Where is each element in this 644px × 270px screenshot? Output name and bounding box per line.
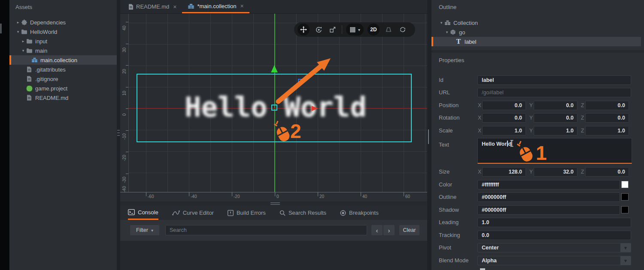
close-icon[interactable]: × xyxy=(240,3,244,9)
collection-icon xyxy=(31,57,38,63)
console-output[interactable] xyxy=(120,241,427,270)
chevron-down-icon: ▾ xyxy=(620,243,631,252)
leading-field[interactable]: 1.0 xyxy=(477,218,631,227)
position-y-field[interactable]: 0.0 xyxy=(534,101,577,110)
rotation-y-field[interactable]: 0.0 xyxy=(534,113,577,123)
folder-icon xyxy=(26,47,33,54)
console-tab-bar: Console Curve Editor Build Errors Search… xyxy=(120,206,427,220)
close-icon[interactable]: × xyxy=(173,3,176,10)
console-splitter[interactable] xyxy=(120,201,427,206)
scale-z-field[interactable]: 1.0 xyxy=(585,126,629,135)
scale-y-field[interactable]: 1.0 xyxy=(534,126,577,135)
color-swatch[interactable] xyxy=(621,181,629,188)
annotation-step-2: 2 xyxy=(290,121,301,141)
collapse-arrow-icon[interactable]: ▾ xyxy=(21,48,26,53)
blend-mode-dropdown[interactable]: Alpha ▾ xyxy=(477,256,631,265)
tab-build-errors[interactable]: Build Errors xyxy=(228,206,266,220)
rotation-z-field[interactable]: 0.0 xyxy=(585,113,629,123)
shadow-swatch[interactable] xyxy=(621,206,629,213)
expand-arrow-icon[interactable]: ▸ xyxy=(15,20,21,24)
prop-label-position: Position xyxy=(439,101,477,110)
chevron-left-icon: ‹ xyxy=(376,227,378,234)
tab-breakpoints[interactable]: Breakpoints xyxy=(340,206,379,220)
axis-z-label: Z xyxy=(581,126,585,135)
move-tool-button[interactable] xyxy=(298,24,310,36)
reset-camera-button[interactable] xyxy=(398,24,408,35)
shadow-field[interactable]: #000000ff xyxy=(477,205,620,215)
pivot-dropdown[interactable]: Center ▾ xyxy=(477,243,631,252)
scale-tool-button[interactable] xyxy=(328,24,338,35)
rotate-tool-icon xyxy=(315,26,322,33)
size-y-field[interactable]: 32.0 xyxy=(534,167,577,177)
asset-item-readme[interactable]: README.md xyxy=(9,93,117,102)
assets-panel-title: Assets xyxy=(15,4,32,10)
asset-item-helloworld[interactable]: ▾ HelloWorld xyxy=(9,27,117,36)
asset-item-main-folder[interactable]: ▾ main xyxy=(9,46,117,55)
splitter-grip-icon xyxy=(270,204,280,205)
scale-x-field[interactable]: 1.0 xyxy=(482,126,526,135)
properties-panel-title: Properties xyxy=(439,57,464,63)
asset-item-gitignore[interactable]: .gitignore xyxy=(9,74,117,84)
prop-label-leading: Leading xyxy=(439,218,477,227)
line-break-checkbox-partial[interactable] xyxy=(480,268,485,270)
asset-item-gitattributes[interactable]: .gitattributes xyxy=(9,65,117,74)
position-x-field[interactable]: 0.0 xyxy=(482,101,526,110)
outline-field[interactable]: #000000ff xyxy=(477,192,620,202)
position-z-field[interactable]: 0.0 xyxy=(585,101,629,110)
prop-label-url: URL xyxy=(439,88,477,97)
next-match-button[interactable]: › xyxy=(383,225,395,235)
right-panel: Outline ▾ Collection ▾ go T label xyxy=(431,0,644,270)
axis-y-label: Y xyxy=(529,101,534,110)
axis-z-label: Z xyxy=(581,101,585,110)
tab-console[interactable]: Console xyxy=(128,206,158,220)
console-search-input[interactable] xyxy=(165,225,367,235)
asset-item-input[interactable]: ▸ input xyxy=(9,36,117,46)
axis-z-label: Z xyxy=(581,113,585,123)
axis-y-label: Y xyxy=(529,113,534,123)
tab-search-results[interactable]: Search Results xyxy=(279,206,326,220)
asset-item-main-collection[interactable]: main.collection xyxy=(9,55,117,65)
prop-label-color: Color xyxy=(439,180,477,189)
left-splitter[interactable] xyxy=(117,0,120,270)
tab-readme[interactable]: README.md × xyxy=(123,0,182,13)
asset-item-label: input xyxy=(35,38,47,45)
2d-mode-label: 2D xyxy=(370,27,377,33)
ibeam-cursor-icon xyxy=(510,140,514,147)
outline-item-collection[interactable]: ▾ Collection xyxy=(431,18,644,27)
filter-dropdown[interactable]: Filter ▾ xyxy=(130,225,159,235)
prev-match-button[interactable]: ‹ xyxy=(371,225,383,235)
editor-tab-bar: README.md × *main.collection × xyxy=(120,0,427,14)
id-field[interactable]: label xyxy=(477,75,631,85)
search-icon xyxy=(279,210,286,216)
rotation-x-field[interactable]: 0.0 xyxy=(482,113,526,123)
color-field[interactable]: #ffffffff xyxy=(477,180,620,189)
tab-main-collection[interactable]: *main.collection × xyxy=(182,0,249,13)
grid-settings-button[interactable]: ▾ xyxy=(346,24,364,36)
right-splitter[interactable] xyxy=(427,0,431,270)
size-x-field[interactable]: 128.0 xyxy=(482,167,526,177)
frustum-culling-button[interactable] xyxy=(383,24,394,35)
collapse-arrow-icon[interactable]: ▾ xyxy=(439,21,444,25)
collapse-arrow-icon[interactable]: ▾ xyxy=(444,30,450,34)
asset-item-game-project[interactable]: game.project xyxy=(9,84,117,93)
collapse-arrow-icon[interactable]: ▾ xyxy=(15,30,21,34)
outline-item-label-node[interactable]: T label xyxy=(431,37,641,46)
prop-label-tracking: Tracking xyxy=(439,231,477,240)
outline-swatch[interactable] xyxy=(621,193,629,201)
ruler-horizontal: -60 -40 -20 0 20 40 60 xyxy=(120,192,427,201)
tab-curve-editor[interactable]: Curve Editor xyxy=(172,206,214,220)
asset-item-dependencies[interactable]: ▸ Dependencies xyxy=(9,18,117,27)
rotate-tool-button[interactable] xyxy=(313,24,324,35)
outline-item-label: go xyxy=(459,29,465,36)
chevron-down-icon: ▾ xyxy=(358,27,360,32)
expand-arrow-icon[interactable]: ▸ xyxy=(21,39,26,43)
clear-console-button[interactable]: Clear xyxy=(399,225,419,235)
size-z-field[interactable]: 0.0 xyxy=(585,167,629,177)
tracking-field[interactable]: 0.0 xyxy=(477,231,631,240)
text-field[interactable]: Hello World xyxy=(477,138,632,164)
perspective-toggle-button[interactable]: 2D xyxy=(368,24,380,36)
prop-label-scale: Scale xyxy=(439,126,477,135)
outline-item-go[interactable]: ▾ go xyxy=(431,27,644,37)
scene-canvas[interactable]: Hello World 2 xyxy=(129,14,427,192)
text-caret xyxy=(507,141,508,147)
